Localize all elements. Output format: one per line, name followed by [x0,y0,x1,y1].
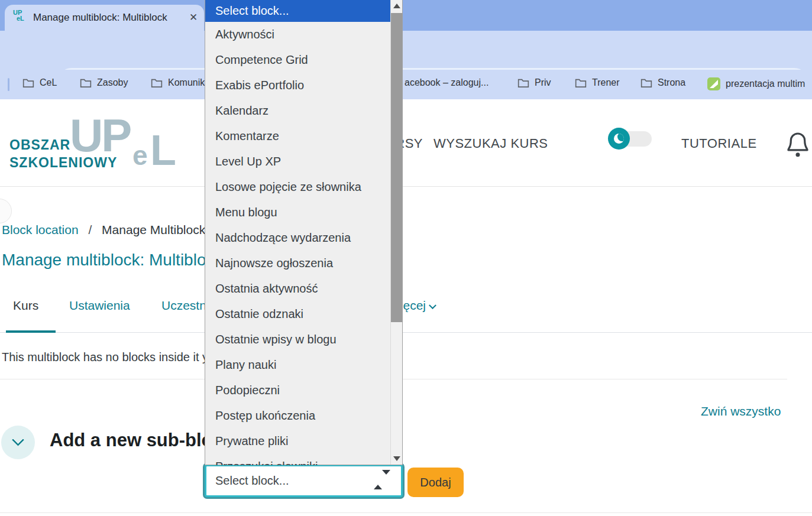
tabs-divider [0,332,812,333]
browser-tab[interactable]: UP eL Manage multiblock: Multiblock ✕ [5,5,204,31]
dropdown-option[interactable]: Losowe pojęcie ze słownika [205,174,390,200]
tab-title: Manage multiblock: Multiblock [33,12,167,24]
bookmark-label: Komunik [168,77,205,88]
breadcrumb-link-block-location[interactable]: Block location [2,223,79,236]
dropdown-option[interactable]: Postęp ukończenia [205,403,390,429]
dropdown-option[interactable]: Ostatnie odznaki [205,301,390,327]
bookmark-folder-trener[interactable]: Trener [575,77,620,88]
bookmark-label: Trener [592,77,620,88]
drawer-toggle-partial[interactable] [0,199,12,223]
nav-item-wyszukaj-kurs[interactable]: WYSZUKAJ KURS [434,136,548,151]
dropdown-option[interactable]: Plany nauki [205,352,390,378]
scroll-up-icon[interactable] [393,4,400,8]
dropdown-list: Select block... Aktywności Competence Gr… [205,0,390,465]
bookmark-prezentacja[interactable]: prezentacja multim [707,77,805,90]
block-select[interactable]: Select block... [205,465,403,497]
chevron-down-icon [429,301,436,309]
bookmark-label: Priv [535,77,551,88]
empty-multiblock-message: This multiblock has no blocks inside it … [2,351,218,364]
browser-window: UP eL Manage multiblock: Multiblock ✕ sz… [0,0,812,516]
logo-upel-e: e [132,142,148,169]
dropdown-option-clipped[interactable]: Przeszukaj słowniki [205,454,390,465]
dropdown-option-selected[interactable]: Select block... [205,0,390,22]
favicon-text-bottom: eL [17,15,30,22]
dropdown-option[interactable]: Kalendarz [205,98,390,124]
dropdown-option[interactable]: Level Up XP [205,149,390,174]
dropdown-option[interactable]: Ostatnie wpisy w blogu [205,327,390,352]
logo-upel-up: UP [70,112,130,158]
chevron-down-icon [12,434,24,446]
bottom-divider [0,512,812,513]
bookmark-folder-zasoby[interactable]: Zasoby [80,77,128,88]
folder-icon [640,78,652,88]
moon-icon [614,134,624,144]
folder-icon [22,78,34,88]
page-title: Manage multiblock: Multiblock [2,251,223,270]
bookmark-folder-strona[interactable]: Strona [640,77,685,88]
dropdown-option[interactable]: Aktywności [205,22,390,47]
scrollbar-thumb[interactable] [391,13,402,322]
active-tab-underline [6,330,56,333]
bookmark-facebook[interactable]: acebook – zaloguj... [405,77,489,88]
block-select-value: Select block... [215,466,289,495]
dropdown-option[interactable]: Komentarze [205,124,390,149]
dark-mode-toggle[interactable] [609,131,652,147]
collapse-all-link[interactable]: Zwiń wszystko [701,404,781,418]
breadcrumb-separator: / [88,223,92,236]
folder-icon [517,78,529,88]
bookmark-label: Zasoby [97,77,128,88]
dropdown-scrollbar[interactable] [390,0,402,465]
bookmark-folder-cel[interactable]: CeL [22,77,57,88]
tab-close-icon[interactable]: ✕ [189,11,198,24]
bookmarks-divider [8,78,9,91]
folder-icon [80,78,92,88]
tab-kurs[interactable]: Kurs [13,298,38,313]
block-select-dropdown: Select block... Aktywności Competence Gr… [205,0,403,465]
bookmarks-bar: CeL Zasoby Komunik acebook – zaloguj... … [0,70,812,99]
section-collapse-button[interactable] [1,426,35,459]
toggle-knob [608,128,630,150]
presentation-favicon [707,77,720,90]
dropdown-option[interactable]: Menu blogu [205,200,390,225]
logo-upel-l: L [150,129,176,171]
tab-ustawienia[interactable]: Ustawienia [69,298,130,313]
bookmark-label: Strona [658,77,685,88]
dropdown-option[interactable]: Prywatne pliki [205,429,390,454]
notification-bell-icon[interactable] [787,131,809,158]
site-header: OBSZAR SZKOLENIOWY UP e L MOJE KURSY WYS… [0,99,812,187]
bookmark-label: prezentacja multim [726,79,805,89]
dropdown-option[interactable]: Podopieczni [205,378,390,403]
bookmark-folder-komunik[interactable]: Komunik [151,77,205,88]
select-arrows-icon [374,475,390,485]
dropdown-option[interactable]: Competence Grid [205,47,390,73]
scroll-down-icon[interactable] [393,456,400,461]
add-block-button[interactable]: Dodaj [407,468,464,497]
browser-toolbar: szkolenia.upel.agh hp?id=54216&sesskey=1… [0,31,812,70]
dropdown-option[interactable]: Nadchodzące wydarzenia [205,225,390,251]
folder-icon [575,78,587,88]
bookmark-label: CeL [40,77,57,88]
nav-item-tutoriale[interactable]: TUTORIALE [681,136,757,151]
bookmark-label: acebook – zaloguj... [405,77,489,88]
breadcrumb: Block location / Manage Multiblock [2,223,205,237]
breadcrumb-current: Manage Multiblock [102,223,205,236]
dropdown-option[interactable]: Najnowsze ogłoszenia [205,251,390,276]
bookmark-folder-priv[interactable]: Priv [517,77,551,88]
folder-icon [151,78,163,88]
dropdown-option[interactable]: Ostatnia aktywność [205,276,390,301]
dropdown-option[interactable]: Exabis ePortfolio [205,73,390,98]
upel-favicon: UP eL [13,9,30,26]
